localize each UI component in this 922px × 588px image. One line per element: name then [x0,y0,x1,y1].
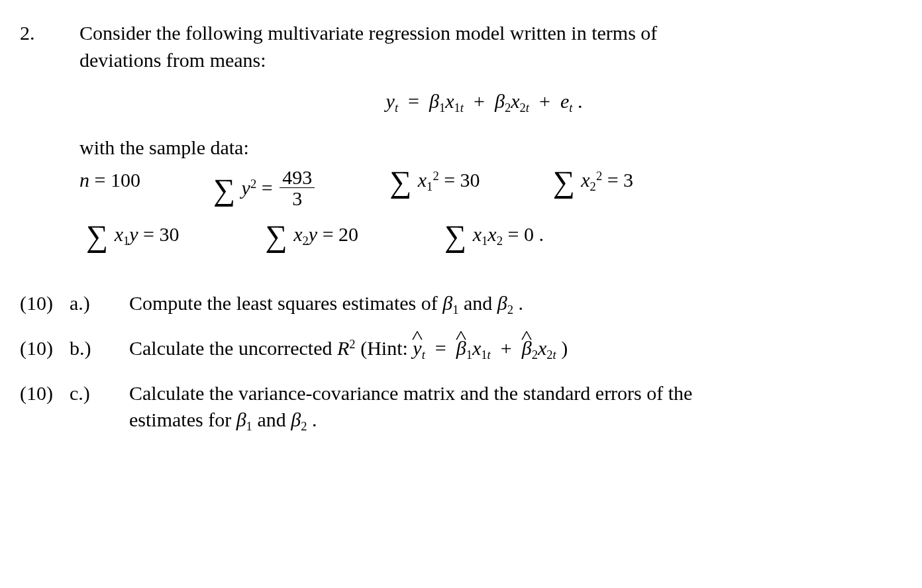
part-c-text: Calculate the variance-covariance matrix… [129,380,889,435]
problem-header: 2. Consider the following multivariate r… [20,20,889,74]
exam-problem: 2. Consider the following multivariate r… [0,0,922,471]
part-c-points: (10) [20,380,70,407]
part-b-points: (10) [20,335,70,362]
part-b: (10) b.) Calculate the uncorrected R2 (H… [20,335,889,363]
part-a-points: (10) [20,290,70,317]
data-sum-y2: ∑ y2 = 493 3 [213,167,317,209]
part-b-prefix: Calculate the uncorrected [129,337,337,359]
part-a-text: Compute the least squares estimates of β… [129,290,889,318]
part-b-label: b.) [70,335,129,362]
part-c-line2-suffix: . [307,409,317,430]
part-b-hint-word: (Hint: [356,337,413,359]
part-a-label: a.) [70,290,129,317]
model-equation: yt = β1x1t + β2x2t + et . [20,88,889,116]
part-a-prefix: Compute the least squares estimates of [129,292,442,314]
part-a: (10) a.) Compute the least squares estim… [20,290,889,318]
sum-y2-den: 3 [280,187,315,209]
data-sum-x2sq: ∑ x22 = 3 [553,167,634,209]
data-sum-x1x2: ∑ x1x2 = 0 . [444,221,544,250]
problem-intro: Consider the following multivariate regr… [79,20,889,74]
part-b-text: Calculate the uncorrected R2 (Hint: yt =… [129,335,889,363]
part-c-line2-prefix: estimates for [129,409,236,430]
sum-y2-num: 493 [280,167,315,188]
intro-text-line1: Consider the following multivariate regr… [79,22,657,44]
and-word-c: and [252,409,291,430]
part-b-suffix: ) [561,337,568,359]
data-sum-x1y: ∑ x1y = 30 [86,221,179,250]
data-n: n = 100 [79,167,140,209]
sample-data-row-2: ∑ x1y = 30 ∑ x2y = 20 ∑ x1x2 = 0 . [20,221,889,250]
data-sum-x1sq: ∑ x12 = 30 [389,167,480,209]
intro-text-line2: deviations from means: [79,49,266,71]
and-word-a: and [458,292,497,314]
sample-data-row-1: n = 100 ∑ y2 = 493 3 ∑ x12 = 30 ∑ x22 = … [20,167,889,209]
part-c-label: c.) [70,380,129,407]
part-a-suffix: . [513,292,523,314]
with-data-label: with the sample data: [20,134,889,162]
part-c: (10) c.) Calculate the variance-covarian… [20,380,889,435]
part-c-line1: Calculate the variance-covariance matrix… [129,382,692,404]
data-sum-x2y: ∑ x2y = 20 [266,221,359,250]
problem-number: 2. [20,20,79,47]
